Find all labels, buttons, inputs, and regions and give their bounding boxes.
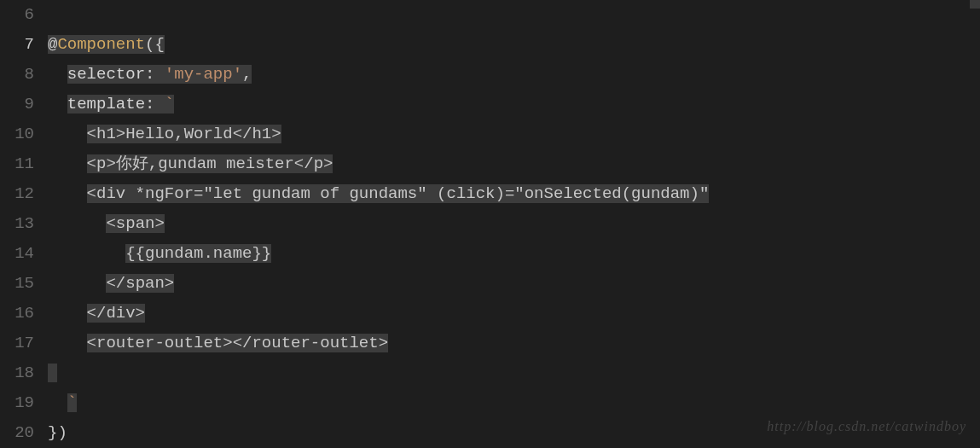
line-number: 19 bbox=[0, 388, 34, 418]
code-line[interactable]: <span> bbox=[48, 209, 980, 239]
code-editor[interactable]: 67891011121314151617181920 @Component({ … bbox=[0, 0, 980, 448]
line-number: 10 bbox=[0, 119, 34, 149]
line-number: 17 bbox=[0, 329, 34, 358]
code-line[interactable]: </div> bbox=[48, 299, 980, 329]
watermark-text: http://blog.csdn.net/catwindboy bbox=[767, 411, 966, 441]
code-line[interactable]: <h1>Hello,World</h1> bbox=[48, 119, 980, 149]
code-line[interactable]: <router-outlet></router-outlet> bbox=[48, 329, 980, 358]
line-number-gutter: 67891011121314151617181920 bbox=[0, 0, 41, 448]
line-number: 16 bbox=[0, 299, 34, 329]
vertical-scrollbar[interactable] bbox=[970, 0, 980, 9]
line-number: 14 bbox=[0, 239, 34, 269]
code-line[interactable]: @Component({ bbox=[48, 30, 980, 60]
line-number: 18 bbox=[0, 358, 34, 388]
line-number: 12 bbox=[0, 179, 34, 209]
line-number: 20 bbox=[0, 418, 34, 448]
code-line[interactable]: selector: 'my-app', bbox=[48, 60, 980, 90]
code-area[interactable]: @Component({ selector: 'my-app', templat… bbox=[41, 0, 980, 448]
line-number: 9 bbox=[0, 90, 34, 119]
line-number: 11 bbox=[0, 149, 34, 179]
code-line[interactable]: template: ` bbox=[48, 90, 980, 119]
code-line[interactable] bbox=[48, 358, 980, 388]
code-line[interactable]: <div *ngFor="let gundam of gundams" (cli… bbox=[48, 179, 980, 209]
line-number: 6 bbox=[0, 0, 34, 30]
line-number: 7 bbox=[0, 30, 34, 60]
code-line[interactable]: {{gundam.name}} bbox=[48, 239, 980, 269]
line-number: 13 bbox=[0, 209, 34, 239]
code-line[interactable]: </span> bbox=[48, 269, 980, 299]
line-number: 8 bbox=[0, 60, 34, 90]
line-number: 15 bbox=[0, 269, 34, 299]
code-line[interactable]: <p>你好,gundam meister</p> bbox=[48, 149, 980, 179]
code-line[interactable] bbox=[48, 0, 980, 30]
